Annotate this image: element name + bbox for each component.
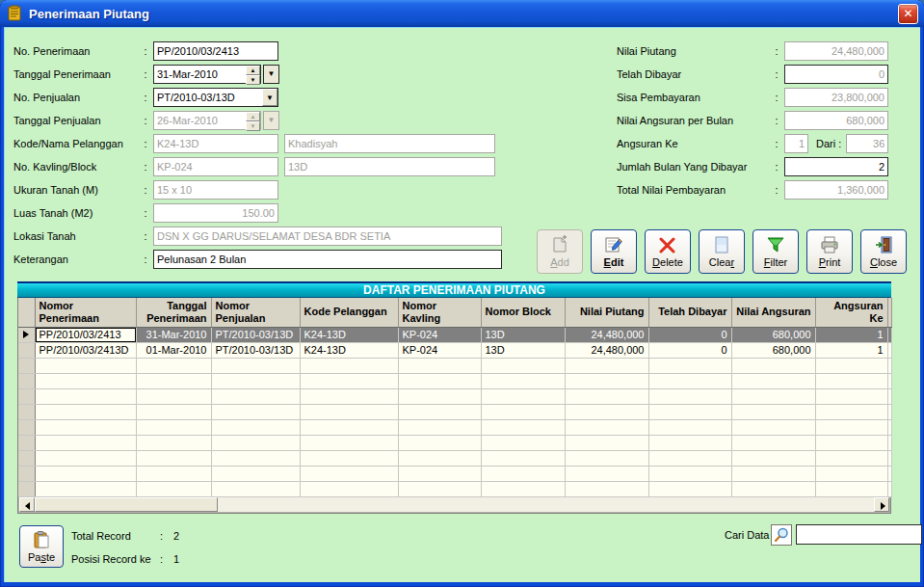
spin-up-icon[interactable]: ▲ [246,66,260,75]
row-selector-cell[interactable] [18,327,35,342]
filter-button[interactable]: Filter [752,229,799,274]
clear-button[interactable]: Clear [699,229,745,274]
cell[interactable]: 01-Mar-2010 [136,342,211,358]
colon: : [138,115,153,126]
cell[interactable]: 0 [648,327,731,342]
cell[interactable]: 0 [648,342,731,358]
close-button[interactable]: Close [860,229,907,274]
add-button: Add [537,229,583,274]
colon: : [160,530,173,542]
search-icon [773,526,790,544]
col-header[interactable]: Nomor Block [481,298,565,327]
horizontal-scrollbar[interactable] [18,497,890,513]
cell[interactable]: 24,480,000 [565,342,648,358]
jumlah-bulan-input[interactable] [784,157,888,176]
colon: : [769,45,784,57]
telah-dibayar-input[interactable] [784,65,888,84]
nilai-angsuran-label: Nilai Angsuran per Bulan [617,115,769,126]
arrow-left-icon [25,502,30,510]
cell[interactable]: 31-Mar-2010 [136,327,211,342]
pelanggan-label: Kode/Nama Pelanggan [13,138,138,149]
col-header[interactable]: Nomor Kavling [398,298,481,327]
col-header[interactable]: Nomor Penjualan [211,298,300,327]
nilai-piutang-input [784,41,888,61]
keterangan-input[interactable] [153,250,502,269]
colon: : [160,553,173,565]
tanggal-penerimaan-dropdown-button[interactable]: ▼ [263,65,279,84]
table-row-selected[interactable]: PP/2010/03/2413 31-Mar-2010 PT/2010-03/1… [18,327,892,342]
cell[interactable]: 1 [815,327,887,342]
cell[interactable]: PT/2010-03/13D [211,342,300,358]
delete-button[interactable]: Delete [645,229,691,274]
cell[interactable]: 13D [481,342,565,358]
cell[interactable]: PP/2010/03/2413D [35,342,136,358]
posisi-record-label: Posisi Record ke [71,553,160,565]
grid-empty-row [18,435,892,450]
no-penjualan-dropdown-button[interactable]: ▼ [262,89,277,106]
scroll-left-button[interactable] [19,497,35,512]
tanggal-penerimaan-input[interactable] [154,66,246,83]
row-selector-cell[interactable] [18,342,35,358]
nilai-piutang-label: Nilai Piutang [617,45,769,57]
cell[interactable]: K24-13D [300,327,398,342]
posisi-record-row: Posisi Record ke : 1 [71,553,179,565]
print-button[interactable]: Print [806,229,853,274]
scrollbar-thumb[interactable] [35,497,218,512]
dari-label: Dari : [816,138,841,149]
col-header[interactable]: Tanggal Penerimaan [136,298,211,327]
close-window-button[interactable]: ✕ [898,4,918,24]
window-title: Penerimaan Piutang [29,7,898,21]
exit-door-icon [874,235,893,254]
tanggal-penjualan-field: ▲ ▼ [153,111,261,130]
cell[interactable]: 680,000 [731,327,815,342]
chevron-down-icon: ▼ [268,69,276,78]
data-grid: DAFTAR PENERIMAAN PIUTANG Nomor Penerima… [17,281,891,512]
no-penerimaan-label: No. Penerimaan [13,45,138,57]
printer-icon [820,235,839,254]
col-header[interactable]: Angsuran Ke [815,298,887,327]
spin-down-icon[interactable]: ▼ [246,75,260,85]
grid-empty-row [18,450,892,466]
no-penerimaan-input[interactable] [153,41,278,61]
cell[interactable]: K24-13D [300,342,398,358]
keterangan-label: Keterangan [13,253,138,265]
col-header[interactable]: Nilai Piutang [565,298,648,327]
cell[interactable]: KP-024 [398,327,481,342]
cell[interactable]: KP-024 [398,342,481,358]
col-header[interactable]: Nilai Angsuran [731,298,815,327]
filter-funnel-icon [766,235,785,254]
grid-empty-row [18,388,892,404]
colon: : [769,161,784,173]
scroll-right-button[interactable] [874,497,889,512]
cell[interactable]: PT/2010-03/13D [211,327,300,342]
col-header[interactable]: Telah Dibayar [648,298,731,327]
no-penjualan-input[interactable] [154,89,262,106]
tanggal-penjualan-spinner: ▲ ▼ [246,112,260,129]
col-header[interactable]: Kode Pelanggan [300,298,398,327]
cell[interactable]: 24,480,000 [565,327,648,342]
spin-down-icon: ▼ [246,121,260,131]
colon: : [769,92,784,103]
col-header[interactable]: Nomor Penerimaan [35,298,136,327]
row-selector-header [18,298,35,327]
luas-tanah-input [153,203,278,223]
grid-empty-row [18,419,892,435]
grid-table: Nomor Penerimaan Tanggal Penerimaan Nomo… [18,298,892,497]
cell[interactable]: 1 [815,342,887,358]
search-input[interactable] [796,524,922,545]
lokasi-tanah-label: Lokasi Tanah [13,230,138,242]
clear-page-icon [712,235,731,254]
paste-button[interactable]: Paste [19,525,64,568]
cell[interactable]: 680,000 [731,342,815,358]
edit-button[interactable]: Edit [591,229,637,274]
cell[interactable]: 13D [481,327,565,342]
close-icon: ✕ [903,7,912,20]
cari-data-label: Cari Data [725,529,769,541]
colon: : [138,68,153,80]
title-bar: Penerimaan Piutang ✕ [0,0,924,27]
cell[interactable]: PP/2010/03/2413 [35,327,136,342]
table-row[interactable]: PP/2010/03/2413D 01-Mar-2010 PT/2010-03/… [18,342,892,358]
search-button[interactable] [771,524,792,546]
add-page-icon [550,235,569,254]
colon: : [138,45,153,57]
